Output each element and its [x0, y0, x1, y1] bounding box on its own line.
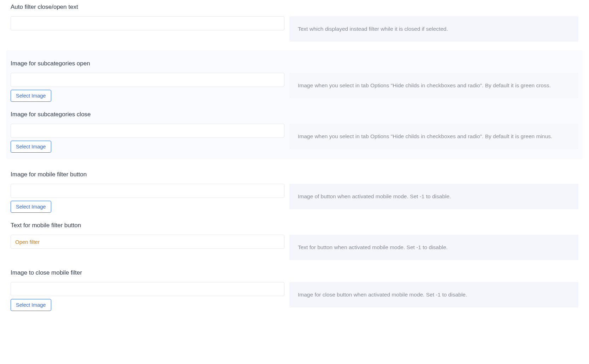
- input-img-close-mobile[interactable]: [11, 282, 284, 296]
- select-image-button[interactable]: Select Image: [11, 299, 51, 311]
- select-image-button[interactable]: Select Image: [11, 201, 51, 213]
- label-img-mobile-btn: Image for mobile filter button: [11, 171, 578, 178]
- input-text-mobile-btn[interactable]: [11, 235, 284, 249]
- label-text-mobile-btn: Text for mobile filter button: [11, 222, 578, 229]
- label-auto-filter-text: Auto filter close/open text: [11, 4, 578, 11]
- select-image-button[interactable]: Select Image: [11, 141, 51, 153]
- desc-auto-filter-text: Text which displayed instead filter whil…: [289, 16, 578, 42]
- input-img-sub-open[interactable]: [11, 73, 284, 87]
- desc-img-sub-open: Image when you select in tab Options "Hi…: [289, 73, 578, 98]
- select-image-button[interactable]: Select Image: [11, 90, 51, 102]
- label-img-sub-close: Image for subcategories close: [11, 111, 578, 118]
- field-img-sub-open: Image for subcategories open Select Imag…: [11, 60, 578, 102]
- field-img-sub-close: Image for subcategories close Select Ima…: [11, 111, 578, 153]
- input-img-sub-close[interactable]: [11, 124, 284, 138]
- label-img-sub-open: Image for subcategories open: [11, 60, 578, 67]
- input-auto-filter-text[interactable]: [11, 16, 284, 30]
- field-img-mobile-btn: Image for mobile filter button Select Im…: [11, 171, 578, 213]
- desc-img-sub-close: Image when you select in tab Options "Hi…: [289, 124, 578, 149]
- field-auto-filter-text: Auto filter close/open text Text which d…: [11, 4, 578, 42]
- field-text-mobile-btn: Text for mobile filter button Text for b…: [11, 222, 578, 260]
- desc-img-close-mobile: Image for close button when activated mo…: [289, 282, 578, 307]
- field-img-close-mobile: Image to close mobile filter Select Imag…: [11, 269, 578, 311]
- label-img-close-mobile: Image to close mobile filter: [11, 269, 578, 276]
- input-img-mobile-btn[interactable]: [11, 184, 284, 198]
- desc-text-mobile-btn: Text for button when activated mobile mo…: [289, 235, 578, 260]
- desc-img-mobile-btn: Image of button when activated mobile mo…: [289, 184, 578, 209]
